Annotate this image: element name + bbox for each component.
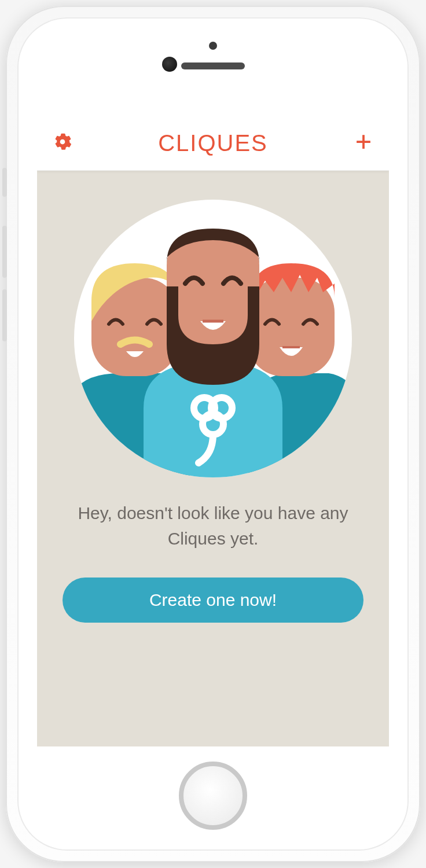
- create-clique-button[interactable]: Create one now!: [63, 578, 363, 623]
- empty-state: Hey, doesn't look like you have any Cliq…: [37, 171, 389, 746]
- phone-frame: CLIQUES: [6, 6, 420, 862]
- plus-icon: [355, 133, 372, 153]
- empty-state-message: Hey, doesn't look like you have any Cliq…: [63, 501, 363, 551]
- volume-up-button: [2, 226, 7, 278]
- volume-down-button: [2, 289, 7, 341]
- add-button[interactable]: [353, 133, 374, 153]
- gear-icon: [54, 133, 71, 153]
- navbar: CLIQUES: [37, 116, 389, 171]
- phone-bezel: CLIQUES: [17, 17, 409, 851]
- home-button[interactable]: [179, 762, 247, 830]
- front-camera: [209, 42, 217, 50]
- app-screen: CLIQUES: [37, 116, 389, 746]
- mute-switch: [2, 168, 7, 197]
- illustration-people: [74, 200, 352, 477]
- settings-button[interactable]: [52, 133, 73, 153]
- page-title: CLIQUES: [158, 130, 268, 156]
- earpiece-speaker: [181, 62, 245, 69]
- proximity-sensor: [162, 57, 177, 72]
- svg-rect-1: [248, 278, 335, 376]
